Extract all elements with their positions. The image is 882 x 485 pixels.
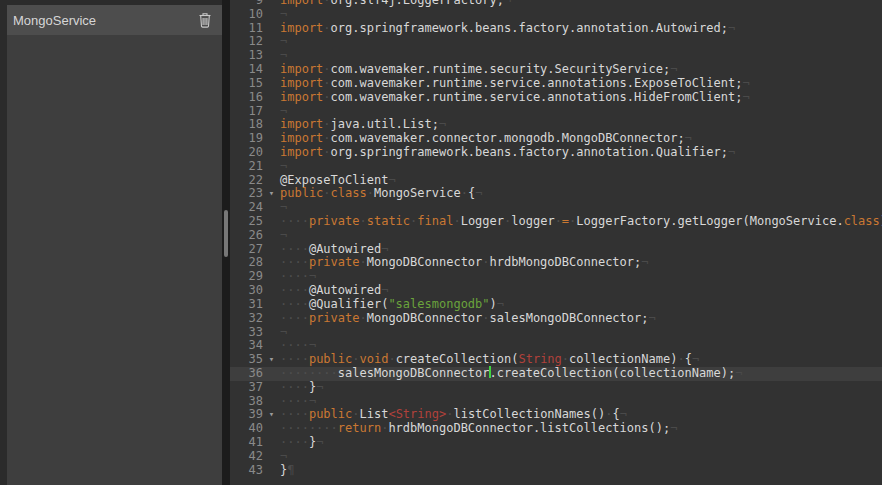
fold-toggle-icon[interactable]: ▾	[263, 353, 280, 367]
panel-scrollbar-track[interactable]	[222, 0, 230, 485]
code-token-n: ¬	[497, 297, 504, 311]
code-line-19[interactable]: 19import·com.wavemaker.connector.mongodb…	[230, 132, 882, 146]
code-token-w: ·	[323, 117, 330, 131]
code-text: ¬	[280, 201, 882, 215]
fold-gutter	[263, 243, 280, 257]
code-text: ····@Qualifier("salesmongodb")¬	[280, 298, 882, 312]
code-token-w: ····	[280, 352, 309, 366]
fold-toggle-icon[interactable]: ▾	[263, 408, 280, 422]
sidebar-item-mongoservice[interactable]: MongoService	[7, 5, 222, 35]
code-token-n: ¬	[316, 435, 323, 449]
code-line-33[interactable]: 33¬	[230, 326, 882, 340]
fold-gutter	[263, 312, 280, 326]
code-line-40[interactable]: 40········return·hrdbMongoDBConnector.li…	[230, 422, 882, 436]
delete-service-button[interactable]	[197, 11, 213, 29]
code-line-31[interactable]: 31····@Qualifier("salesmongodb")¬	[230, 298, 882, 312]
code-token-k: class	[331, 186, 367, 200]
trash-icon	[198, 12, 212, 28]
fold-gutter	[263, 201, 280, 215]
code-token-t: @Qualifier(	[309, 297, 388, 311]
code-token-w: ·	[555, 214, 562, 228]
code-line-36[interactable]: 36········salesMongoDBConnector.createCo…	[230, 367, 882, 381]
line-number: 23	[230, 187, 263, 201]
code-line-37[interactable]: 37····}¬	[230, 381, 882, 395]
code-line-41[interactable]: 41····}¬	[230, 436, 882, 450]
code-text: ¬	[280, 450, 882, 464]
code-token-n: ¬	[735, 366, 742, 380]
line-number: 41	[230, 436, 263, 450]
code-line-20[interactable]: 20import·org.springframework.beans.facto…	[230, 146, 882, 160]
code-line-18[interactable]: 18import·java.util.List;¬	[230, 118, 882, 132]
code-line-21[interactable]: 21¬	[230, 160, 882, 174]
code-token-w: ·	[677, 352, 684, 366]
code-text: import·org.springframework.beans.factory…	[280, 146, 882, 160]
fold-gutter	[263, 63, 280, 77]
code-line-14[interactable]: 14import·com.wavemaker.runtime.security.…	[230, 63, 882, 77]
code-token-t: java.util.List;	[331, 117, 439, 131]
code-token-t: @ExposeToClient	[280, 173, 388, 187]
code-line-27[interactable]: 27····@Autowired¬	[230, 243, 882, 257]
code-line-9[interactable]: 9import·org.slf4j.LoggerFactory;¬	[230, 0, 882, 8]
code-token-t: )	[490, 297, 497, 311]
code-line-34[interactable]: 34····¬	[230, 339, 882, 353]
code-token-t: org.springframework.beans.factory.annota…	[331, 145, 728, 159]
code-line-24[interactable]: 24¬	[230, 201, 882, 215]
code-line-22[interactable]: 22@ExposeToClient¬	[230, 174, 882, 188]
code-token-t: @Autowired	[309, 283, 381, 297]
code-line-11[interactable]: 11import·org.springframework.beans.facto…	[230, 22, 882, 36]
code-line-29[interactable]: 29····¬	[230, 270, 882, 284]
code-token-w: ·	[323, 62, 330, 76]
line-number: 14	[230, 63, 263, 77]
code-line-30[interactable]: 30····@Autowired¬	[230, 284, 882, 298]
code-text: ····}¬	[280, 436, 882, 450]
code-line-39[interactable]: 39▾····public·List<String>·listCollectio…	[230, 408, 882, 422]
line-number: 19	[230, 132, 263, 146]
code-line-17[interactable]: 17¬	[230, 105, 882, 119]
code-token-w: ·	[482, 255, 489, 269]
code-text: ········salesMongoDBConnector.createColl…	[280, 367, 882, 381]
line-number: 15	[230, 77, 263, 91]
code-token-k: import	[280, 145, 323, 159]
panel-scrollbar-thumb[interactable]	[224, 210, 228, 257]
code-token-r: String	[518, 352, 561, 366]
code-token-w: ·	[367, 186, 374, 200]
code-token-n: ¬	[316, 380, 323, 394]
code-line-15[interactable]: 15import·com.wavemaker.runtime.service.a…	[230, 77, 882, 91]
code-token-k: import	[280, 117, 323, 131]
code-token-s: "salesmongodb"	[388, 297, 489, 311]
code-line-43[interactable]: 43}¶	[230, 464, 882, 478]
code-token-k: import	[280, 131, 323, 145]
fold-toggle-icon[interactable]: ▾	[263, 187, 280, 201]
code-text: ¬	[280, 160, 882, 174]
code-line-28[interactable]: 28····private·MongoDBConnector·hrdbMongo…	[230, 256, 882, 270]
code-line-42[interactable]: 42¬	[230, 450, 882, 464]
code-line-12[interactable]: 12¬	[230, 35, 882, 49]
code-line-35[interactable]: 35▾····public·void·createCollection(Stri…	[230, 353, 882, 367]
code-token-w: ·	[359, 311, 366, 325]
line-number: 25	[230, 215, 263, 229]
code-line-13[interactable]: 13¬	[230, 49, 882, 63]
code-token-n: ¬	[742, 76, 749, 90]
code-line-38[interactable]: 38····¬	[230, 395, 882, 409]
code-token-k: void	[360, 352, 389, 366]
code-text: ····}¬	[280, 381, 882, 395]
code-token-n: ¬	[280, 200, 287, 214]
line-number: 27	[230, 243, 263, 257]
code-token-w: ·	[359, 214, 366, 228]
code-text: ····¬	[280, 270, 882, 284]
code-editor[interactable]: 9import·org.slf4j.LoggerFactory;¬10¬11im…	[230, 0, 882, 485]
code-token-w: ········	[280, 366, 338, 380]
code-text: }¶	[280, 464, 882, 478]
code-line-16[interactable]: 16import·com.wavemaker.runtime.service.a…	[230, 91, 882, 105]
code-line-23[interactable]: 23▾public·class·MongoService·{¬	[230, 187, 882, 201]
code-line-25[interactable]: 25····private·static·final·Logger·logger…	[230, 215, 882, 229]
line-number: 21	[230, 160, 263, 174]
line-number: 29	[230, 270, 263, 284]
code-token-w: ····	[280, 255, 309, 269]
code-token-t: MongoDBConnector	[367, 255, 483, 269]
code-line-32[interactable]: 32····private·MongoDBConnector·salesMong…	[230, 312, 882, 326]
code-token-t: salesMongoDBConnector	[338, 366, 490, 380]
code-line-26[interactable]: 26¬	[230, 229, 882, 243]
code-line-10[interactable]: 10¬	[230, 8, 882, 22]
code-token-w: ····	[280, 394, 309, 408]
